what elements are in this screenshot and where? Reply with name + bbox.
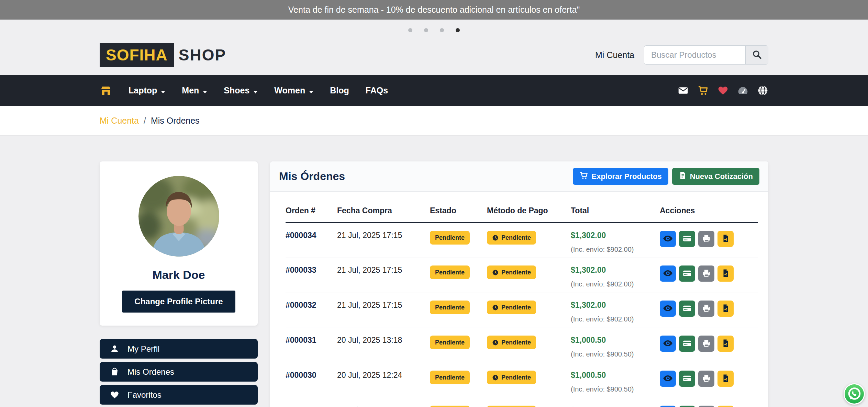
print-order-button[interactable] <box>698 371 714 387</box>
whatsapp-button[interactable] <box>843 383 865 405</box>
breadcrumb: Mi Cuenta / Mis Ordenes <box>0 106 868 136</box>
payment-status-badge: Pendiente <box>487 231 536 245</box>
gauge-icon[interactable] <box>737 85 748 96</box>
order-date: 21 Jul, 2025 17:15 <box>337 293 430 328</box>
print-order-button[interactable] <box>698 301 714 317</box>
new-quote-button[interactable]: Nueva Cotización <box>672 168 759 185</box>
pdf-invoice-button[interactable] <box>717 336 734 352</box>
banner-carousel-dots <box>0 20 868 41</box>
pdf-invoice-button[interactable] <box>717 265 734 282</box>
nav-item-shoes[interactable]: Shoes <box>224 86 258 95</box>
sidebar-item-label: Mis Ordenes <box>127 367 174 377</box>
view-order-button[interactable] <box>660 371 676 387</box>
credit-card-icon <box>682 339 692 349</box>
status-badge: Pendiente <box>430 406 470 407</box>
nav-item-blog[interactable]: Blog <box>330 86 349 95</box>
print-order-button[interactable] <box>698 231 714 247</box>
carousel-dot-1[interactable] <box>408 28 412 32</box>
nav-item-men[interactable]: Men <box>182 86 207 95</box>
cart-icon[interactable] <box>698 85 709 96</box>
sidebar-item-favoritos[interactable]: Favoritos <box>100 385 258 405</box>
credit-card-icon <box>682 269 692 279</box>
pay-order-button[interactable] <box>679 301 695 317</box>
shipping-note: (Inc. envío: $902.00) <box>571 246 660 253</box>
pay-order-button[interactable] <box>679 406 695 407</box>
pdf-invoice-button[interactable] <box>717 406 734 407</box>
view-order-button[interactable] <box>660 406 676 407</box>
order-id[interactable]: #000030 <box>286 363 337 398</box>
carousel-dot-2[interactable] <box>424 28 428 32</box>
pay-order-button[interactable] <box>679 265 695 282</box>
payment-status-badge: Pendiente <box>487 301 536 314</box>
print-order-button[interactable] <box>698 336 714 352</box>
pdf-invoice-button[interactable] <box>717 231 734 247</box>
order-total: $1,302.00 <box>571 301 660 310</box>
shipping-note: (Inc. envío: $900.50) <box>571 385 660 393</box>
sidebar-item-my-perfil[interactable]: My Perfil <box>100 339 258 359</box>
view-order-button[interactable] <box>660 231 676 247</box>
orders-table: Orden # Fecha Compra Estado Método de Pa… <box>286 201 758 407</box>
pay-order-button[interactable] <box>679 371 695 387</box>
pdf-invoice-button[interactable] <box>717 371 734 387</box>
globe-icon[interactable] <box>757 85 768 96</box>
chevron-down-icon <box>309 86 313 95</box>
order-total: $1,302.00 <box>571 231 660 240</box>
order-id[interactable]: #000029 <box>286 398 337 407</box>
order-id[interactable]: #000034 <box>286 223 337 258</box>
view-order-button[interactable] <box>660 301 676 317</box>
eye-icon <box>663 338 673 349</box>
sidebar-item-mis-ordenes[interactable]: Mis Ordenes <box>100 362 258 382</box>
account-link[interactable]: Mi Cuenta <box>595 50 634 60</box>
carousel-dot-4-active[interactable] <box>456 28 460 32</box>
main-nav: Laptop Men Shoes Women Blog FAQs <box>0 75 868 106</box>
payment-status-badge: Pendiente <box>487 265 536 279</box>
print-order-button[interactable] <box>698 406 714 407</box>
clock-icon <box>492 339 499 346</box>
shipping-note: (Inc. envío: $900.50) <box>571 350 660 358</box>
pay-order-button[interactable] <box>679 336 695 352</box>
order-id[interactable]: #000032 <box>286 293 337 328</box>
eye-icon <box>663 303 673 314</box>
heart-icon <box>110 390 119 399</box>
view-order-button[interactable] <box>660 336 676 352</box>
nav-item-women[interactable]: Women <box>274 86 313 95</box>
file-pdf-icon <box>722 234 730 244</box>
site-logo[interactable]: SOFIHA SHOP <box>100 43 226 67</box>
clock-icon <box>492 235 499 241</box>
logo-secondary: SHOP <box>179 46 226 64</box>
heart-icon[interactable] <box>717 85 728 96</box>
carousel-dot-3[interactable] <box>440 28 444 32</box>
avatar <box>138 176 219 257</box>
eye-icon <box>663 234 673 245</box>
page-title: Mis Órdenes <box>279 170 345 183</box>
view-order-button[interactable] <box>660 265 676 282</box>
order-id[interactable]: #000031 <box>286 328 337 363</box>
nav-item-laptop[interactable]: Laptop <box>129 86 165 95</box>
whatsapp-icon <box>843 400 865 406</box>
order-date: 20 Jul, 2025 12:24 <box>337 363 430 398</box>
envelope-icon[interactable] <box>678 85 689 96</box>
user-icon <box>110 344 119 353</box>
explore-products-button[interactable]: Explorar Productos <box>573 168 668 185</box>
status-badge: Pendiente <box>430 231 470 245</box>
sidebar-item-label: My Perfil <box>127 344 159 354</box>
pdf-invoice-button[interactable] <box>717 301 734 317</box>
credit-card-icon <box>682 304 692 314</box>
order-total: $1,302.00 <box>571 406 660 407</box>
pay-order-button[interactable] <box>679 231 695 247</box>
print-order-button[interactable] <box>698 265 714 282</box>
order-id[interactable]: #000033 <box>286 258 337 293</box>
storefront-icon[interactable] <box>100 84 112 97</box>
change-profile-picture-button[interactable]: Change Profile Picture <box>122 291 235 313</box>
search-button[interactable] <box>745 46 768 64</box>
printer-icon <box>702 304 711 314</box>
payment-status-badge: Pendiente <box>487 371 536 384</box>
search-input[interactable] <box>644 46 745 64</box>
profile-card: Mark Doe Change Profile Picture <box>100 161 258 326</box>
printer-icon <box>702 374 711 384</box>
breadcrumb-account-link[interactable]: Mi Cuenta <box>100 116 139 126</box>
order-total: $1,000.50 <box>571 371 660 380</box>
table-row: #000032 21 Jul, 2025 17:15 Pendiente Pen… <box>286 293 758 328</box>
clock-icon <box>492 269 499 276</box>
nav-item-faqs[interactable]: FAQs <box>366 86 388 95</box>
